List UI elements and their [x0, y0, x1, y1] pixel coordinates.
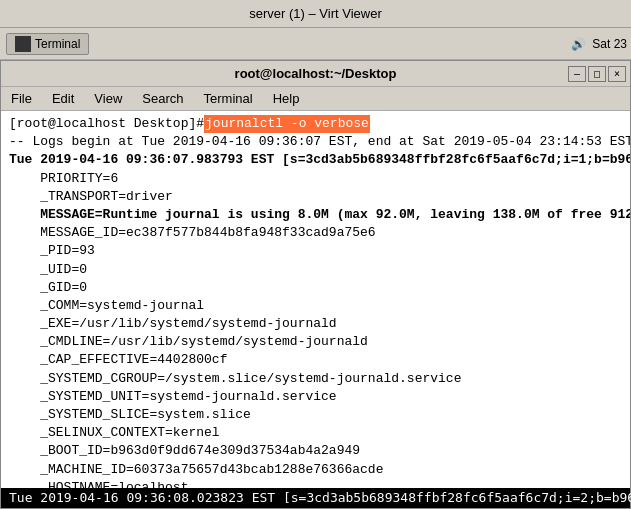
- prompt-line: [root@localhost Desktop]# journalctl -o …: [9, 115, 622, 133]
- terminal-title: root@localhost:~/Desktop: [235, 66, 397, 81]
- menu-view[interactable]: View: [88, 89, 128, 108]
- terminal-icon: [15, 36, 31, 52]
- output-line-10: _EXE=/usr/lib/systemd/systemd-journald: [9, 315, 622, 333]
- output-line-1: Tue 2019-04-16 09:36:07.983793 EST [s=3c…: [9, 151, 622, 169]
- output-line-9: _COMM=systemd-journal: [9, 297, 622, 315]
- taskbar-terminal-button[interactable]: Terminal: [6, 33, 89, 55]
- virt-viewer-titlebar: server (1) – Virt Viewer: [0, 0, 631, 28]
- output-line-15: _SYSTEMD_SLICE=system.slice: [9, 406, 622, 424]
- menu-bar: File Edit View Search Terminal Help: [1, 87, 630, 111]
- maximize-button[interactable]: □: [588, 66, 606, 82]
- volume-icon: 🔊: [571, 37, 586, 51]
- bottom-line-text: Tue 2019-04-16 09:36:08.023823 EST [s=3c…: [9, 489, 631, 507]
- output-line-7: _UID=0: [9, 261, 622, 279]
- menu-edit[interactable]: Edit: [46, 89, 80, 108]
- taskbar-right: 🔊 Sat 23: [571, 37, 627, 51]
- output-line-14: _SYSTEMD_UNIT=systemd-journald.service: [9, 388, 622, 406]
- output-line-8: _GID=0: [9, 279, 622, 297]
- taskbar: Terminal 🔊 Sat 23: [0, 28, 631, 60]
- output-line-18: _MACHINE_ID=60373a75657d43bcab1288e76366…: [9, 461, 622, 479]
- taskbar-terminal-label: Terminal: [35, 37, 80, 51]
- output-line-4: MESSAGE=Runtime journal is using 8.0M (m…: [9, 206, 622, 224]
- menu-help[interactable]: Help: [267, 89, 306, 108]
- output-line-2: PRIORITY=6: [9, 170, 622, 188]
- taskbar-time: Sat 23: [592, 37, 627, 51]
- menu-terminal[interactable]: Terminal: [198, 89, 259, 108]
- output-line-13: _SYSTEMD_CGROUP=/system.slice/systemd-jo…: [9, 370, 622, 388]
- output-line-3: _TRANSPORT=driver: [9, 188, 622, 206]
- prompt: [root@localhost Desktop]#: [9, 115, 204, 133]
- close-button[interactable]: ×: [608, 66, 626, 82]
- virt-viewer-title: server (1) – Virt Viewer: [249, 6, 381, 21]
- command: journalctl -o verbose: [204, 115, 370, 133]
- terminal-titlebar: root@localhost:~/Desktop – □ ×: [1, 61, 630, 87]
- bottom-status-bar: Tue 2019-04-16 09:36:08.023823 EST [s=3c…: [1, 488, 630, 508]
- output-line-11: _CMDLINE=/usr/lib/systemd/systemd-journa…: [9, 333, 622, 351]
- terminal-window-controls: – □ ×: [568, 66, 626, 82]
- terminal-window: root@localhost:~/Desktop – □ × File Edit…: [0, 60, 631, 509]
- minimize-button[interactable]: –: [568, 66, 586, 82]
- menu-search[interactable]: Search: [136, 89, 189, 108]
- menu-file[interactable]: File: [5, 89, 38, 108]
- output-line-19: _HOSTNAME=localhost: [9, 479, 622, 488]
- output-line-12: _CAP_EFFECTIVE=4402800cf: [9, 351, 622, 369]
- output-line-16: _SELINUX_CONTEXT=kernel: [9, 424, 622, 442]
- terminal-content[interactable]: [root@localhost Desktop]# journalctl -o …: [1, 111, 630, 488]
- output-line-6: _PID=93: [9, 242, 622, 260]
- output-line-17: _BOOT_ID=b963d0f9dd674e309d37534ab4a2a94…: [9, 442, 622, 460]
- output-line-0: -- Logs begin at Tue 2019-04-16 09:36:07…: [9, 133, 622, 151]
- output-line-5: MESSAGE_ID=ec387f577b844b8fa948f33cad9a7…: [9, 224, 622, 242]
